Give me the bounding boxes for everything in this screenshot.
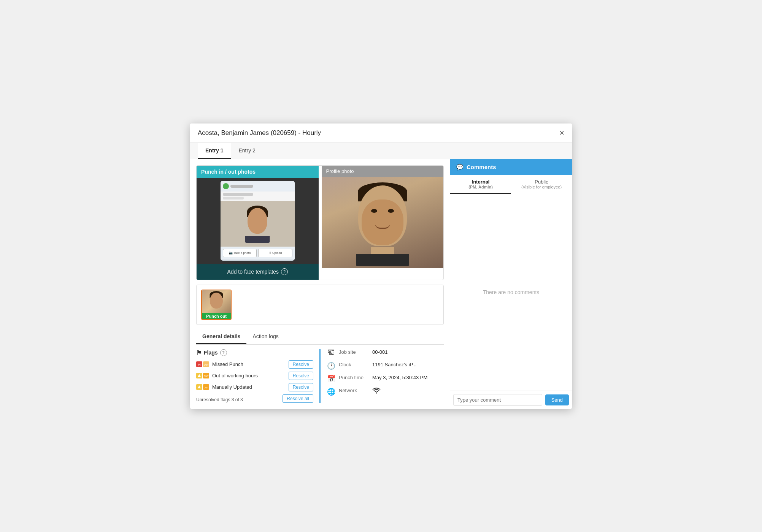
svg-point-12	[376, 392, 377, 393]
modal-title: Acosta, Benjamin James (020659) - Hourly	[198, 129, 321, 137]
jobsite-label: Job site	[339, 349, 369, 355]
tab-general-details[interactable]: General details	[196, 329, 246, 344]
tab-public[interactable]: Public (Visible for employee)	[511, 175, 572, 194]
thumbnail-section: Punch out	[196, 285, 444, 325]
profile-photo-inner	[322, 177, 444, 268]
title-bar: Acosta, Benjamin James (020659) - Hourly…	[190, 124, 572, 143]
punch-out-label: Punch out	[202, 313, 231, 319]
question-icon: ?	[281, 268, 288, 275]
clock-row: 🕐 Clock 1191 Sanchez's iP...	[327, 362, 444, 370]
flags-title: ⚑ Flags ?	[196, 349, 313, 356]
profile-face	[322, 177, 444, 268]
comments-header: 💬 Comments	[450, 159, 572, 175]
network-wifi-value	[372, 388, 381, 395]
profile-photo-container: Profile photo	[322, 166, 444, 280]
punch-photo-container: Punch in / out photos	[197, 166, 319, 280]
resolve-all-btn[interactable]: Resolve all	[283, 394, 313, 403]
no-comments-text: There are no comments	[483, 289, 540, 295]
clock-label: Clock	[339, 362, 369, 367]
clock-value: 1191 Sanchez's iP...	[372, 362, 416, 367]
punch-out-thumbnail[interactable]: Punch out	[201, 290, 232, 320]
punch-time-row: 📅 Punch time May 3, 2024, 5:30:43 PM	[327, 375, 444, 383]
modal: Acosta, Benjamin James (020659) - Hourly…	[190, 124, 572, 409]
unresolved-text: Unresolved flags 3 of 3	[196, 397, 243, 402]
tab-entry2[interactable]: Entry 2	[231, 143, 263, 159]
svg-text:OUT: OUT	[204, 364, 209, 366]
comment-input-row: Send	[450, 391, 572, 409]
out-of-hours-badge: OUT	[196, 372, 209, 380]
manually-updated-resolve-btn[interactable]: Resolve	[289, 383, 313, 391]
send-button[interactable]: Send	[545, 394, 569, 405]
missed-punch-text: Missed Punch	[212, 361, 286, 367]
detail-tabs-row: General details Action logs	[196, 329, 444, 345]
out-of-hours-text: Out of working hours	[212, 373, 286, 378]
flag-row-out-of-hours: OUT Out of working hours Resolve	[196, 372, 313, 380]
network-row: 🌐 Network	[327, 388, 444, 396]
punch-photo-label: Punch in / out photos	[197, 166, 319, 178]
jobsite-row: 🏗 Job site 00-001	[327, 349, 444, 357]
profile-photo-label: Profile photo	[322, 166, 444, 177]
jobsite-icon: 🏗	[327, 349, 336, 357]
left-panel: Punch in / out photos	[190, 159, 450, 409]
punch-time-value: May 3, 2024, 5:30:43 PM	[372, 375, 427, 380]
comments-body: There are no comments	[450, 194, 572, 391]
jobsite-value: 00-001	[372, 349, 387, 355]
missed-punch-badge: IN OUT	[196, 361, 209, 368]
entry-tabs: Entry 1 Entry 2	[190, 143, 572, 159]
flag-icon: ⚑	[196, 349, 202, 356]
photo-section: Punch in / out photos	[196, 165, 444, 280]
svg-text:OUT: OUT	[204, 375, 209, 377]
add-face-templates[interactable]: Add to face templates ?	[197, 264, 319, 280]
svg-text:IN: IN	[198, 363, 201, 366]
punch-photo-inner: 📷 Take a photo ⬆ Upload	[197, 178, 319, 264]
network-icon: 🌐	[327, 388, 336, 396]
tab-internal[interactable]: Internal (PM, Admin)	[450, 175, 511, 194]
close-button[interactable]: ×	[559, 129, 564, 137]
comments-icon: 💬	[456, 164, 464, 171]
clock-icon: 🕐	[327, 362, 336, 370]
network-label: Network	[339, 388, 369, 393]
comment-tabs: Internal (PM, Admin) Public (Visible for…	[450, 175, 572, 194]
flag-row-missed-punch: IN OUT Missed Punch Resolve	[196, 360, 313, 369]
punch-time-label: Punch time	[339, 375, 369, 380]
calendar-icon: 📅	[327, 375, 336, 383]
manually-updated-text: Manually Updated	[212, 384, 286, 390]
tab-entry1[interactable]: Entry 1	[198, 143, 231, 159]
missed-punch-resolve-btn[interactable]: Resolve	[289, 360, 313, 369]
flags-help-icon: ?	[220, 349, 227, 356]
comment-input[interactable]	[453, 394, 542, 406]
manually-updated-badge: OUT	[196, 383, 209, 391]
out-of-hours-resolve-btn[interactable]: Resolve	[289, 372, 313, 380]
body-layout: Punch in / out photos	[190, 159, 572, 409]
flag-row-manually-updated: OUT Manually Updated Resolve	[196, 383, 313, 391]
right-panel: 💬 Comments Internal (PM, Admin) Public (…	[450, 159, 572, 409]
tab-action-logs[interactable]: Action logs	[246, 329, 284, 344]
thumbnail-face	[202, 290, 231, 313]
svg-text:OUT: OUT	[204, 386, 209, 389]
flags-section: ⚑ Flags ? IN OUT	[196, 349, 444, 403]
flags-right: 🏗 Job site 00-001 🕐 Clock 1191 Sanchez's…	[319, 349, 444, 403]
comments-title: Comments	[467, 164, 496, 170]
flags-left: ⚑ Flags ? IN OUT	[196, 349, 319, 403]
